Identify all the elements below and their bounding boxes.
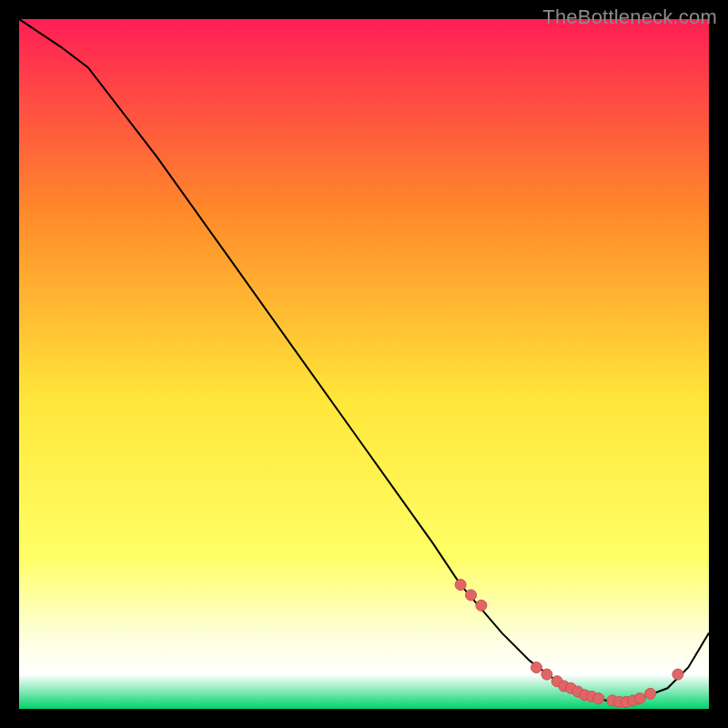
curve-marker bbox=[455, 580, 466, 591]
curve-marker bbox=[541, 669, 552, 680]
curve-marker bbox=[593, 693, 604, 704]
curve-marker bbox=[645, 688, 656, 699]
curve-marker bbox=[476, 600, 487, 611]
curve-marker bbox=[672, 669, 683, 680]
chart-svg bbox=[19, 19, 709, 709]
gradient-background bbox=[19, 19, 709, 709]
watermark-text: TheBottleneck.com bbox=[542, 5, 717, 29]
curve-marker bbox=[466, 590, 477, 601]
plot-area bbox=[19, 19, 709, 709]
curve-marker bbox=[531, 662, 542, 673]
chart-frame: TheBottleneck.com bbox=[0, 0, 728, 728]
curve-marker bbox=[634, 693, 645, 704]
